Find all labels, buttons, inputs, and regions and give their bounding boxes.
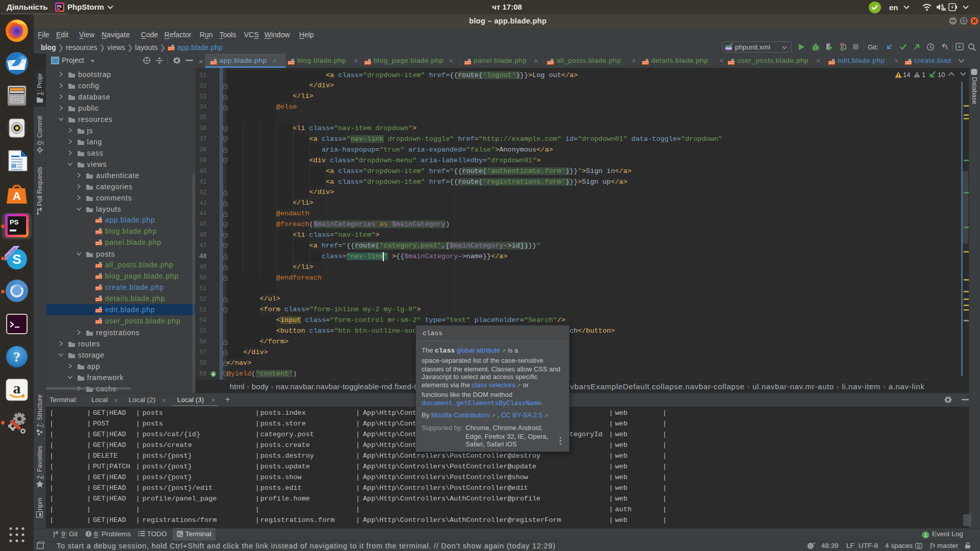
svg-text:S: S bbox=[12, 252, 21, 267]
svg-text:a: a bbox=[13, 380, 21, 396]
svg-text:PS: PS bbox=[57, 5, 62, 8]
svg-text:1: 1 bbox=[924, 533, 927, 538]
svg-text:A: A bbox=[13, 190, 21, 203]
svg-text:?: ? bbox=[13, 349, 20, 365]
svg-text:PS: PS bbox=[10, 218, 19, 226]
